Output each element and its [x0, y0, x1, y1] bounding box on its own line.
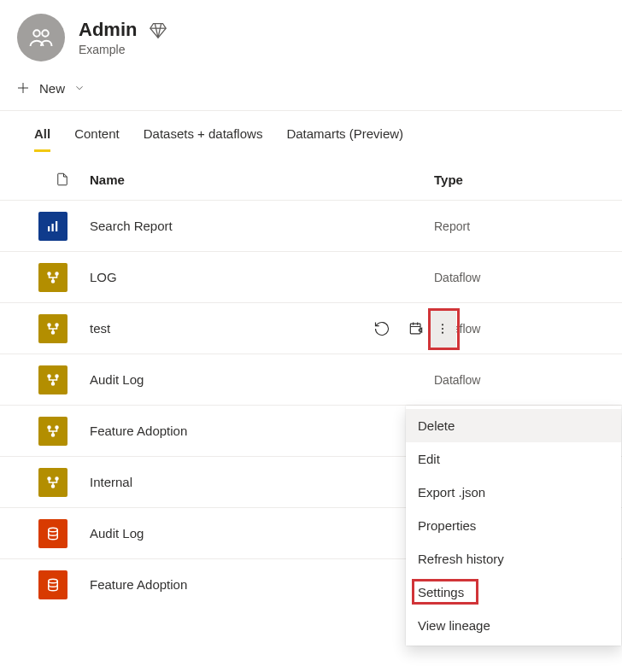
- menu-item-properties[interactable]: Properties: [406, 509, 621, 542]
- workspace-subtitle: Example: [79, 43, 167, 56]
- schedule-refresh-button[interactable]: [407, 319, 425, 338]
- file-icon: [55, 171, 70, 188]
- tab-datasets-dataflows[interactable]: Datasets + dataflows: [144, 126, 263, 152]
- table-row[interactable]: test Dataflow: [0, 302, 622, 354]
- tabs: All Content Datasets + dataflows Datamar…: [0, 111, 622, 152]
- dataflow-icon: [38, 468, 67, 497]
- workspace-title: Admin: [79, 19, 137, 41]
- svg-point-23: [52, 485, 55, 488]
- svg-point-21: [48, 477, 50, 480]
- people-icon: [28, 25, 54, 50]
- plus-icon: [15, 80, 31, 96]
- menu-item-delete[interactable]: Delete: [406, 409, 621, 442]
- context-menu: Delete Edit Export .json Properties Refr…: [406, 406, 621, 610]
- item-name[interactable]: Feature Adoption: [90, 424, 434, 438]
- item-name[interactable]: Feature Adoption: [90, 577, 434, 592]
- svg-point-22: [56, 477, 58, 480]
- toolbar: New: [0, 68, 622, 111]
- svg-point-25: [49, 579, 58, 583]
- svg-point-9: [56, 324, 58, 326]
- tab-all[interactable]: All: [34, 126, 50, 152]
- svg-point-16: [56, 375, 58, 377]
- dataflow-icon: [38, 365, 67, 394]
- svg-point-20: [52, 434, 55, 436]
- tab-content[interactable]: Content: [74, 126, 120, 152]
- premium-diamond-icon: [149, 20, 167, 39]
- svg-point-10: [52, 331, 55, 334]
- item-type: Report: [434, 219, 588, 233]
- menu-item-view-lineage[interactable]: View lineage: [406, 609, 621, 610]
- column-name-header[interactable]: Name: [90, 172, 434, 187]
- table-row[interactable]: Search Report Report: [0, 200, 622, 251]
- item-name[interactable]: Audit Log: [90, 526, 434, 541]
- annotation-highlight: [412, 579, 478, 605]
- svg-point-0: [33, 30, 40, 37]
- dataflow-icon: [38, 314, 67, 343]
- menu-item-edit[interactable]: Edit: [406, 442, 621, 476]
- menu-item-refresh-history[interactable]: Refresh history: [406, 542, 621, 576]
- svg-point-7: [52, 280, 55, 283]
- item-name[interactable]: Search Report: [90, 219, 434, 233]
- dataset-icon: [38, 570, 67, 599]
- column-type-header[interactable]: Type: [434, 172, 588, 187]
- new-button[interactable]: New: [15, 80, 85, 96]
- svg-rect-3: [52, 224, 54, 231]
- item-name[interactable]: Audit Log: [90, 372, 434, 387]
- table-row[interactable]: Audit Log Dataflow: [0, 354, 622, 405]
- item-name[interactable]: LOG: [90, 270, 434, 284]
- annotation-highlight: [428, 308, 460, 350]
- tab-datamarts[interactable]: Datamarts (Preview): [286, 126, 403, 152]
- svg-point-6: [56, 272, 58, 275]
- svg-point-18: [48, 426, 50, 429]
- new-button-label: New: [39, 81, 65, 96]
- refresh-now-button[interactable]: [373, 319, 391, 338]
- menu-item-settings[interactable]: Settings: [406, 576, 621, 609]
- report-icon: [38, 212, 67, 241]
- dataflow-icon: [38, 263, 67, 292]
- item-name[interactable]: Internal: [90, 475, 434, 489]
- svg-rect-4: [56, 221, 57, 231]
- svg-rect-2: [48, 226, 50, 231]
- svg-point-19: [56, 426, 58, 429]
- dataflow-icon: [38, 417, 67, 446]
- svg-point-1: [42, 30, 49, 37]
- svg-point-17: [52, 383, 55, 385]
- svg-rect-11: [410, 324, 420, 334]
- svg-point-15: [48, 375, 50, 377]
- workspace-avatar: [17, 14, 65, 61]
- menu-item-export-json[interactable]: Export .json: [406, 476, 621, 509]
- table-row[interactable]: LOG Dataflow: [0, 251, 622, 302]
- item-type: Dataflow: [434, 271, 588, 284]
- dataset-icon: [38, 519, 67, 548]
- svg-point-24: [49, 528, 58, 532]
- chevron-down-icon: [73, 82, 85, 94]
- table-header: Name Type: [0, 152, 622, 200]
- svg-point-5: [48, 272, 50, 275]
- workspace-header: Admin Example: [0, 0, 622, 68]
- item-type: Dataflow: [434, 373, 588, 387]
- svg-point-8: [48, 324, 50, 326]
